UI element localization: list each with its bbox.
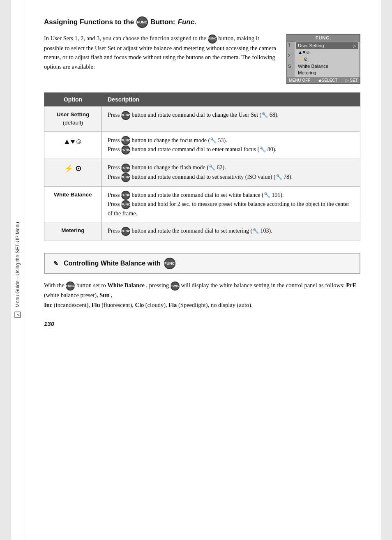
title-part2: Button: xyxy=(150,18,175,26)
camera-menu-item-wb: White Balance xyxy=(296,63,358,69)
table-row: ▲♥☺ Press FUNC button to change the focu… xyxy=(44,132,360,159)
table-body: User Setting(default) Press FUNC button … xyxy=(44,106,360,240)
col-desc-header: Description xyxy=(102,93,360,106)
options-table: Option Description User Setting(default)… xyxy=(44,92,360,240)
camera-menu-items: User Setting ▷ ▲♥☺ ⚡⊙ White Balance xyxy=(295,42,360,77)
body-bold2: PrE xyxy=(346,282,356,288)
section2-title-text: Controlling White Balance with xyxy=(64,260,161,267)
body-bold3: Sun xyxy=(99,292,109,298)
func-badge-row3a: FUNC xyxy=(121,164,130,173)
col-option-header: Option xyxy=(44,93,102,106)
func-badge-row5: FUNC xyxy=(121,227,130,236)
body-bold1: White Balance xyxy=(107,282,145,288)
intro-text-1: In User Sets 1, 2, and 3, you can choose… xyxy=(44,35,206,42)
side-tab-label: Menu Guide—Using the SET-UP Menu xyxy=(15,222,21,307)
func-badge-title: FUNC xyxy=(136,16,148,28)
func-badge-row2a: FUNC xyxy=(121,136,130,145)
body-bold6: Clo xyxy=(135,302,144,308)
option-cell-usersetting: User Setting(default) xyxy=(44,106,102,132)
func-badge-row1: FUNC xyxy=(121,111,130,120)
camera-menu-item-focus: ▲♥☺ xyxy=(296,49,358,55)
section2-header: ✎ Controlling White Balance with FUNC xyxy=(44,253,360,274)
intro-area: In User Sets 1, 2, and 3, you can choose… xyxy=(44,34,360,84)
camera-menu-item-usersetting: User Setting ▷ xyxy=(296,42,358,49)
func-badge-intro: FUNC xyxy=(208,35,217,44)
side-tab: ✎ Menu Guide—Using the SET-UP Menu xyxy=(11,0,24,540)
func-badge-section2: FUNC xyxy=(164,258,175,269)
section1-title: Assigning Functions to the FUNC Button: … xyxy=(44,16,360,28)
table-row: Metering Press FUNC button and rotate th… xyxy=(44,222,360,240)
side-tab-text: ✎ Menu Guide—Using the SET-UP Menu xyxy=(14,222,21,318)
body-part2: button set to xyxy=(76,282,106,288)
option-cell-wb: White Balance xyxy=(44,186,102,222)
body-bold7: Fla xyxy=(168,302,177,308)
func-badge-row4b: FUNC xyxy=(121,200,130,209)
camera-menu-item-flash: ⚡⊙ xyxy=(296,55,358,63)
desc-cell-focus: Press FUNC button to change the focus mo… xyxy=(102,132,360,159)
body-bold5: Flu xyxy=(92,302,100,308)
body-part9: (cloudy), xyxy=(145,302,167,308)
camera-menu-title: FUNC. xyxy=(287,35,360,42)
side-tab-icon: ✎ xyxy=(14,312,21,318)
func-badge-row2b: FUNC xyxy=(121,145,130,155)
table-row: White Balance Press FUNC button and rota… xyxy=(44,186,360,222)
body-part8: (fluorescent), xyxy=(101,302,134,308)
desc-cell-usersetting: Press FUNC button and rotate command dia… xyxy=(102,106,360,132)
body-part5: (white balance preset), xyxy=(44,292,98,298)
desc-cell-flash: Press FUNC button to change the flash mo… xyxy=(102,159,360,187)
body-part4: will display the white balance setting i… xyxy=(181,282,344,288)
func-badge-row4a: FUNC xyxy=(121,191,130,200)
desc-cell-metering: Press FUNC button and rotate the command… xyxy=(102,222,360,240)
page-number: 130 xyxy=(44,320,360,327)
option-cell-metering: Metering xyxy=(44,222,102,240)
section2-body: With the FUNC button set to White Balanc… xyxy=(44,281,360,310)
option-cell-focus: ▲♥☺ xyxy=(44,132,102,159)
intro-text: In User Sets 1, 2, and 3, you can choose… xyxy=(44,34,278,71)
title-italic: Func. xyxy=(178,18,196,26)
option-cell-flash: ⚡ ⊙ xyxy=(44,159,102,187)
func-badge-body2: FUNC xyxy=(171,282,180,291)
main-content: Assigning Functions to the FUNC Button: … xyxy=(44,16,360,327)
body-part1: With the xyxy=(44,282,65,288)
body-part10: (Speedlight), no display (auto). xyxy=(178,302,253,308)
title-part1: Assigning Functions to the xyxy=(44,18,134,26)
body-part6: , xyxy=(111,292,113,298)
table-row: User Setting(default) Press FUNC button … xyxy=(44,106,360,132)
body-part3: , pressing xyxy=(146,282,169,288)
camera-menu-body: 1 2 S User Setting ▷ ▲♥☺ ⚡⊙ xyxy=(287,42,360,77)
table-row: ⚡ ⊙ Press FUNC button to change the flas… xyxy=(44,159,360,187)
desc-cell-wb: Press FUNC button and rotate the command… xyxy=(102,186,360,222)
body-bold4: Inc xyxy=(44,302,52,308)
camera-menu-screenshot: FUNC. 1 2 S User Setting ▷ ▲♥☺ xyxy=(286,34,360,84)
func-badge-row3b: FUNC xyxy=(121,173,130,182)
section2-title: ✎ Controlling White Balance with FUNC xyxy=(51,258,175,269)
body-part7: (incandescent), xyxy=(54,302,90,308)
func-badge-body1: FUNC xyxy=(66,282,75,291)
camera-menu-numbers: 1 2 S xyxy=(287,42,295,77)
camera-menu-footer: MENU OFF ◆SELECT ▷ SET xyxy=(287,77,360,83)
camera-menu-item-metering: Metering xyxy=(296,69,358,76)
pencil-icon: ✎ xyxy=(51,259,60,268)
page: ✎ Menu Guide—Using the SET-UP Menu Assig… xyxy=(11,0,381,540)
